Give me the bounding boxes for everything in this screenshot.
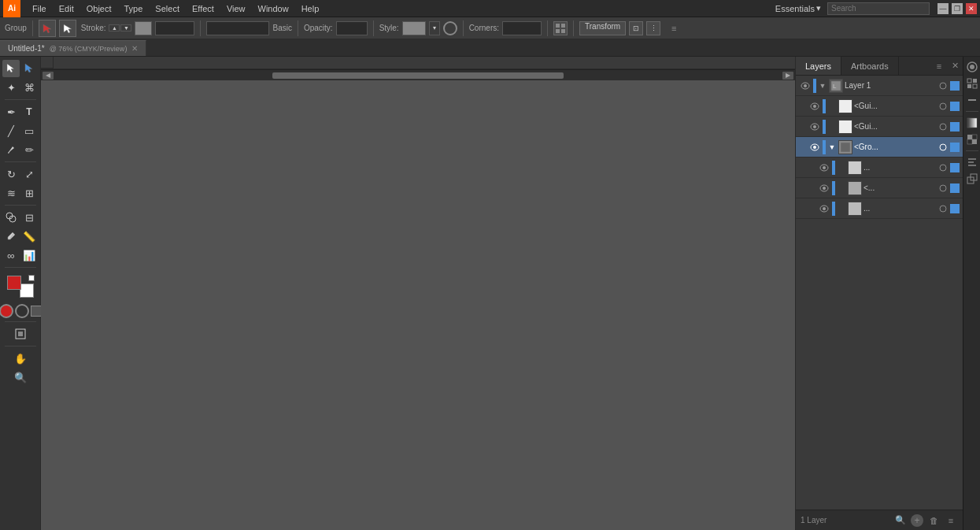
layer-row-5[interactable]: ▶ <... <box>796 178 963 198</box>
corners-input[interactable] <box>502 21 542 35</box>
style-dropdown[interactable]: ▾ <box>429 21 440 35</box>
layer-target-1[interactable] <box>937 101 949 112</box>
foreground-color-swatch[interactable] <box>7 276 21 290</box>
swap-icon[interactable] <box>28 275 35 281</box>
layer-visibility-0[interactable] <box>799 80 812 92</box>
hand-tool[interactable]: ✋ <box>12 350 29 367</box>
right-align-icon[interactable] <box>965 155 979 169</box>
tab-close-icon[interactable]: ✕ <box>131 44 138 53</box>
blend-tool[interactable]: ∞ <box>2 246 20 264</box>
zoom-tool[interactable]: 🔍 <box>12 369 29 386</box>
panel-menu-icon[interactable]: ≡ <box>931 57 947 75</box>
right-brush-icon[interactable] <box>965 76 979 91</box>
search-layers-button[interactable]: 🔍 <box>893 513 908 528</box>
layer-target-4[interactable] <box>937 162 949 173</box>
document-tab[interactable]: Untitled-1* @ 76% (CMYK/Preview) ✕ <box>0 40 146 56</box>
measure-tool[interactable]: 📏 <box>20 228 38 245</box>
lasso-tool[interactable]: ⌘ <box>20 79 38 96</box>
panel-toggle-icon[interactable]: ≡ <box>667 21 681 35</box>
rect-tool[interactable]: ▭ <box>20 122 38 139</box>
scroll-right-button[interactable]: ▶ <box>782 72 793 80</box>
line-tool[interactable]: ╱ <box>2 122 20 139</box>
menu-view[interactable]: View <box>221 2 251 15</box>
menu-type[interactable]: Type <box>119 2 149 15</box>
delete-layer-button[interactable]: 🗑 <box>926 513 941 528</box>
tab-artboards[interactable]: Artboards <box>841 57 899 75</box>
menu-object[interactable]: Object <box>81 2 117 15</box>
color-mode-icon[interactable] <box>443 21 457 35</box>
transform-button[interactable]: Transform <box>579 21 626 35</box>
none-icon[interactable] <box>31 306 42 317</box>
pencil-tool[interactable]: ✏ <box>20 141 38 158</box>
more-options-icon[interactable]: ⋮ <box>646 21 660 35</box>
workspace-selector[interactable]: Essentials ▾ <box>771 2 826 15</box>
graph-tool[interactable]: 📊 <box>20 246 38 264</box>
type-tool[interactable]: T <box>20 103 38 120</box>
layer-target-2[interactable] <box>937 121 949 132</box>
menu-select[interactable]: Select <box>150 2 185 15</box>
eyedropper-tool[interactable] <box>2 228 20 245</box>
shape-builder-tool[interactable] <box>2 209 20 226</box>
stroke-weight-input[interactable] <box>155 21 194 35</box>
layer-row-3[interactable]: ▼ <Gro... <box>796 137 963 158</box>
background-color-swatch[interactable] <box>20 284 34 298</box>
restore-button[interactable]: ❐ <box>952 3 963 14</box>
direct-selection-tool[interactable] <box>20 60 38 77</box>
scale-tool[interactable]: ⤢ <box>20 165 38 183</box>
layer-target-5[interactable] <box>937 183 949 194</box>
menu-help[interactable]: Help <box>296 2 325 15</box>
layer-expand-0[interactable]: ▼ <box>818 82 827 90</box>
transform-icon[interactable]: ⊡ <box>629 21 643 35</box>
free-transform-tool[interactable]: ⊞ <box>20 184 38 202</box>
stroke-color-swatch[interactable] <box>135 21 152 35</box>
warp-tool[interactable]: ≋ <box>2 184 20 202</box>
layer-row-2[interactable]: ▶ <Gui... <box>796 117 963 137</box>
right-stroke-icon[interactable] <box>965 93 979 107</box>
stroke-icon[interactable] <box>15 304 29 318</box>
layer-visibility-1[interactable] <box>808 100 821 113</box>
menu-edit[interactable]: Edit <box>54 2 80 15</box>
menu-effect[interactable]: Effect <box>187 2 220 15</box>
layer-row-1[interactable]: ▶ <Gui... <box>796 96 963 117</box>
selection-tool[interactable] <box>2 60 20 77</box>
right-pathfinder-icon[interactable] <box>965 172 979 186</box>
layer-visibility-4[interactable] <box>818 161 830 174</box>
layer-expand-3[interactable]: ▼ <box>827 143 837 151</box>
layer-target-6[interactable] <box>937 203 949 214</box>
rotate-tool[interactable]: ↻ <box>2 165 20 183</box>
grid-icon[interactable] <box>553 21 568 35</box>
magic-wand-tool[interactable]: ✦ <box>2 79 20 96</box>
layer-row-6[interactable]: ▶ ... <box>796 198 963 219</box>
panel-close-icon[interactable]: ✕ <box>947 57 963 75</box>
style-input[interactable] <box>206 21 269 35</box>
h-scrollbar[interactable]: ◀ ▶ <box>41 69 795 80</box>
pen-tool[interactable]: ✒ <box>2 103 20 120</box>
layer-menu-button[interactable]: ≡ <box>944 513 958 528</box>
minimize-button[interactable]: — <box>937 3 949 14</box>
close-button[interactable]: ✕ <box>966 3 977 14</box>
layer-target-0[interactable] <box>937 80 949 91</box>
menu-window[interactable]: Window <box>253 2 294 15</box>
direct-selection-icon[interactable] <box>59 20 76 37</box>
right-gradient-icon[interactable] <box>965 116 979 130</box>
add-layer-button[interactable]: + <box>911 514 923 527</box>
stroke-down-arrow[interactable]: ▼ <box>120 24 131 32</box>
layer-visibility-6[interactable] <box>818 202 830 215</box>
scroll-left-button[interactable]: ◀ <box>43 72 54 80</box>
layer-target-3[interactable] <box>937 142 949 153</box>
opacity-input[interactable]: 100% <box>336 21 368 35</box>
artboard-tool[interactable] <box>12 325 29 343</box>
selection-icon[interactable] <box>39 20 56 37</box>
layer-visibility-5[interactable] <box>818 182 830 195</box>
right-transparency-icon[interactable] <box>965 132 979 146</box>
layer-row-0[interactable]: ▼ L Layer 1 <box>796 76 963 96</box>
perspective-tool[interactable]: ⊟ <box>20 209 38 226</box>
layer-visibility-3[interactable] <box>808 141 821 154</box>
fill-icon[interactable] <box>0 304 13 318</box>
menu-file[interactable]: File <box>27 2 52 15</box>
search-input[interactable] <box>827 2 930 15</box>
layer-row-4[interactable]: ▶ ... <box>796 158 963 178</box>
scroll-thumb[interactable] <box>272 72 564 79</box>
stroke-up-arrow[interactable]: ▲ <box>109 24 120 32</box>
layer-visibility-2[interactable] <box>808 120 821 133</box>
